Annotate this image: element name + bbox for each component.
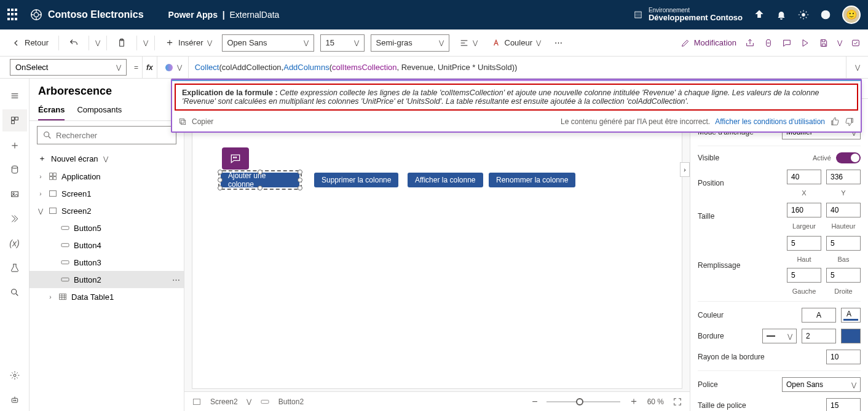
save-menu[interactable]: ⋁: [837, 39, 842, 46]
status-control[interactable]: Button2: [278, 397, 304, 406]
prop-y-input[interactable]: 336: [826, 170, 861, 184]
tab-components[interactable]: Composants: [77, 100, 122, 120]
share-icon[interactable]: [745, 38, 755, 48]
fit-icon[interactable]: [673, 397, 682, 407]
fill-color-picker[interactable]: A: [841, 308, 861, 323]
edit-mode-button[interactable]: Modification: [681, 38, 736, 48]
tree-item-button2[interactable]: Button2⋯: [30, 271, 184, 288]
publish-icon[interactable]: [754, 9, 765, 20]
svg-rect-20: [50, 173, 53, 176]
new-screen-button[interactable]: ＋Nouvel écran⋁: [30, 149, 184, 168]
tree-item-screen2[interactable]: ⋁Screen2: [30, 202, 184, 219]
text-color-picker[interactable]: A: [802, 308, 836, 323]
zoom-slider[interactable]: [546, 401, 620, 402]
border-width-input[interactable]: 2: [802, 329, 836, 343]
hamburger-icon[interactable]: [2, 85, 27, 107]
clipboard-icon: [117, 38, 127, 48]
user-avatar[interactable]: 🙂: [842, 6, 861, 24]
tree-search[interactable]: [37, 126, 176, 144]
more-commands[interactable]: ⋯: [551, 36, 566, 50]
prop-pad-left[interactable]: 5: [787, 268, 821, 283]
canvas-button-rename-column[interactable]: Renommer la colonne: [489, 173, 575, 187]
media-rail-icon[interactable]: [2, 183, 27, 205]
tree-item-button4[interactable]: Button4: [30, 237, 184, 254]
app-launcher-icon[interactable]: [7, 9, 20, 21]
undo-menu[interactable]: ⋁: [95, 39, 100, 46]
tree-item-datatable[interactable]: ›Data Table1: [30, 288, 184, 305]
paste-button[interactable]: [113, 36, 130, 50]
prop-radius-input[interactable]: 10: [826, 350, 861, 364]
font-weight-dropdown[interactable]: Semi-gras⋁: [371, 34, 449, 52]
prop-pad-right[interactable]: 5: [826, 268, 861, 283]
canvas-button-add-column[interactable]: Ajouter une colonne: [221, 173, 299, 187]
tree-search-input[interactable]: [56, 131, 171, 140]
comments-icon[interactable]: [782, 38, 792, 48]
align-button[interactable]: ⋁: [456, 36, 481, 50]
prop-pad-top[interactable]: 5: [787, 236, 821, 251]
insert-button[interactable]: ＋ Insérer ⋁: [161, 34, 215, 52]
border-style-dropdown[interactable]: ⋁: [762, 329, 797, 343]
status-screen[interactable]: Screen2: [210, 397, 238, 406]
canvas-button-show-column[interactable]: Afficher la colonne: [408, 173, 483, 187]
more-icon[interactable]: ⋯: [172, 275, 180, 284]
variables-rail-icon[interactable]: (x): [2, 232, 27, 254]
ai-rail-icon[interactable]: [2, 389, 27, 411]
svg-point-14: [11, 289, 16, 294]
formula-bar: OnSelect⋁ = fx ⋁ Collect(colAddCollectio…: [0, 57, 868, 79]
terms-link[interactable]: Afficher les conditions d'utilisation: [715, 117, 825, 126]
settings-icon[interactable]: [798, 9, 809, 20]
copy-button[interactable]: Copier: [192, 117, 213, 126]
insert-rail-icon[interactable]: ＋: [2, 134, 27, 156]
thumbs-down-icon[interactable]: [845, 117, 854, 127]
settings-rail-icon[interactable]: [2, 364, 27, 386]
zoom-in[interactable]: ＋: [629, 395, 639, 408]
publish-app-icon[interactable]: [851, 38, 861, 48]
notification-icon[interactable]: [776, 9, 787, 20]
svg-rect-35: [181, 120, 186, 125]
canvas-button-remove-column[interactable]: Supprimer la colonne: [314, 173, 398, 187]
prop-font-dropdown[interactable]: Open Sans⋁: [782, 377, 861, 392]
app-checker-icon[interactable]: [763, 38, 773, 48]
brand: Contoso Electronics: [30, 8, 144, 22]
tree-item-app[interactable]: ›Application: [30, 168, 184, 185]
prop-height-input[interactable]: 40: [826, 203, 861, 217]
help-icon[interactable]: [820, 9, 831, 20]
prop-x-input[interactable]: 40: [787, 170, 821, 184]
tree-item-screen1[interactable]: ›Screen1: [30, 185, 184, 202]
fx-label: fx: [142, 57, 157, 78]
border-color-picker[interactable]: [841, 329, 861, 343]
prop-visible-toggle[interactable]: [836, 152, 861, 163]
paste-menu[interactable]: ⋁: [143, 39, 148, 46]
collapse-props-icon[interactable]: ›: [680, 162, 690, 177]
formula-input[interactable]: Collect(colAddCollection, AddColumns(col…: [189, 57, 846, 78]
search-rail-icon[interactable]: [2, 281, 27, 303]
tab-screens[interactable]: Écrans: [38, 100, 65, 120]
property-dropdown[interactable]: OnSelect⋁: [10, 59, 127, 76]
undo-button[interactable]: [65, 36, 82, 50]
save-icon[interactable]: [819, 38, 829, 48]
tests-rail-icon[interactable]: [2, 257, 27, 279]
prop-fontsize-input[interactable]: 15: [826, 398, 861, 411]
prop-font-label: Police: [698, 380, 777, 389]
tree-item-button3[interactable]: Button3: [30, 254, 184, 271]
tree-view-icon[interactable]: [2, 109, 27, 131]
left-rail: ＋ (x): [0, 79, 30, 411]
button-icon: [260, 397, 270, 407]
font-family-dropdown[interactable]: Open Sans⋁: [222, 34, 314, 52]
power-automate-rail-icon[interactable]: [2, 208, 27, 230]
back-button[interactable]: Retour: [7, 36, 52, 50]
data-rail-icon[interactable]: [2, 159, 27, 181]
expand-formula-icon[interactable]: ⋁: [846, 57, 868, 78]
environment-picker[interactable]: Environnement Développement Contoso: [633, 7, 743, 22]
back-icon: [11, 38, 21, 48]
font-color-button[interactable]: Couleur⋁: [487, 36, 545, 50]
thumbs-up-icon[interactable]: [830, 117, 840, 127]
copilot-dropdown[interactable]: ⋁: [157, 57, 189, 78]
tree-item-button5[interactable]: Button5: [30, 219, 184, 237]
preview-icon[interactable]: [800, 38, 810, 48]
font-size-dropdown[interactable]: 15⋁: [320, 34, 365, 52]
zoom-out[interactable]: −: [532, 396, 537, 407]
prop-pad-bottom[interactable]: 5: [826, 236, 861, 251]
prop-width-input[interactable]: 160: [787, 203, 821, 217]
canvas-copilot-button[interactable]: [222, 147, 249, 170]
